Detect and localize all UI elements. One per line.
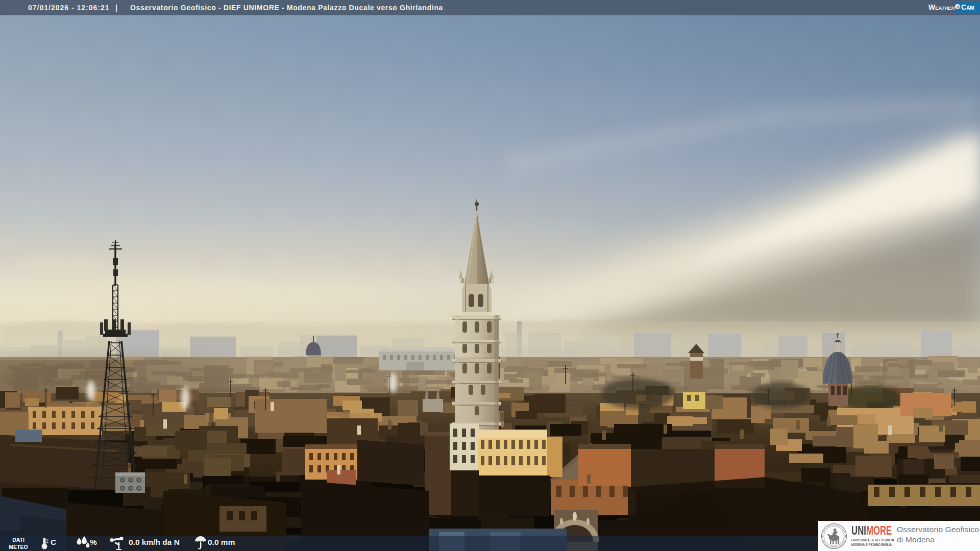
svg-text:WEATHER: WEATHER <box>928 3 955 11</box>
svg-text:1175: 1175 <box>832 545 837 547</box>
